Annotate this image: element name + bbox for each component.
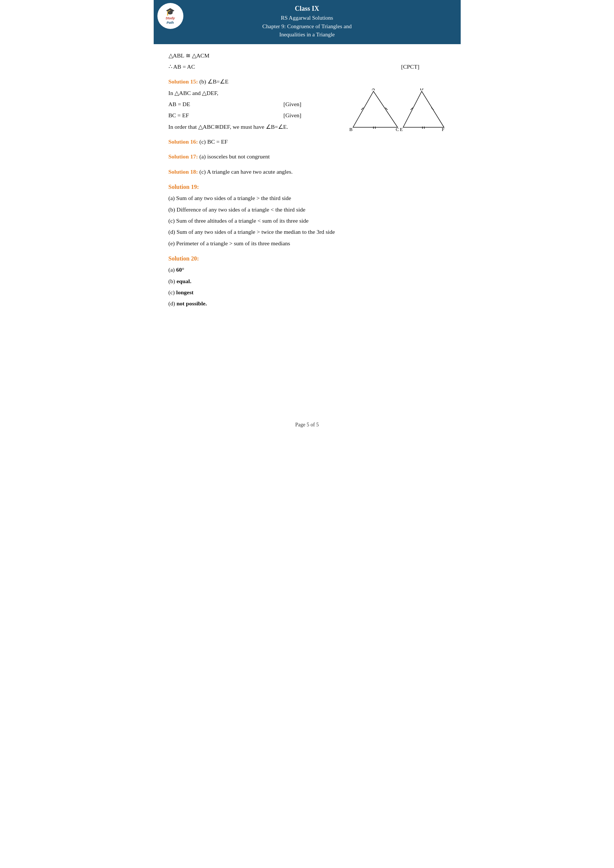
sol15-conclusion: In order that △ABC≅DEF, we must have ∠B=… — [169, 122, 328, 132]
sol15-body-with-diagrams: A B C — [169, 88, 446, 132]
page: 🎓 Study Path Class IX RS Aggarwal Soluti… — [154, 0, 460, 434]
sol15-bc-ef: BC = EF [Given] — [169, 111, 328, 120]
solution-17-header: Solution 17: (a) isosceles but not congr… — [169, 152, 446, 161]
solution-16-header: Solution 16: (c) BC = EF — [169, 137, 446, 147]
triangle-def — [403, 91, 444, 127]
content: △ABL ≅ △ACM ∴ AB = AC [CPCT] Solution 15… — [154, 44, 460, 336]
logo: 🎓 Study Path — [157, 3, 183, 29]
solution-19-header: Solution 19: — [169, 182, 446, 192]
congruence-statement: △ABL ≅ △ACM ∴ AB = AC [CPCT] — [169, 51, 446, 72]
line-abl-acm: △ABL ≅ △ACM — [169, 51, 446, 60]
header: 🎓 Study Path Class IX RS Aggarwal Soluti… — [154, 0, 460, 44]
tick-df — [431, 108, 434, 110]
label-c: C — [396, 127, 399, 131]
header-chapter2: Inequalities in a Triangle — [161, 30, 453, 39]
sol15-ab-de: AB = DE [Given] — [169, 99, 328, 109]
sol19-item-d: (d) Sum of any two sides of a triangle >… — [169, 227, 446, 237]
triangles-svg: A B C — [349, 88, 446, 131]
label-e: E — [400, 127, 403, 131]
solution-18-header: Solution 18: (c) A triangle can have two… — [169, 167, 446, 177]
sol19-item-e: (e) Perimeter of a triangle > sum of its… — [169, 239, 446, 248]
sol20-item-a: (a) 60° — [169, 265, 446, 274]
solution-15-header: Solution 15: (b) ∠B=∠E — [169, 77, 446, 87]
solution-20-section: Solution 20: (a) 60° (b) equal. (c) long… — [169, 253, 446, 309]
header-class: Class IX — [161, 4, 453, 14]
solution-16-section: Solution 16: (c) BC = EF — [169, 137, 446, 147]
header-chapter: Chapter 9: Congruence of Triangles and — [161, 22, 453, 31]
sol20-item-c: (c) longest — [169, 288, 446, 297]
label-a: A — [372, 88, 375, 91]
solution-18-section: Solution 18: (c) A triangle can have two… — [169, 167, 446, 177]
triangle-diagrams: A B C — [349, 88, 446, 134]
header-book: RS Aggarwal Solutions — [161, 14, 453, 22]
footer: Page 5 of 5 — [154, 422, 460, 428]
sol20-item-d: (d) not possible. — [169, 299, 446, 308]
sol19-item-a: (a) Sum of any two sides of a triangle >… — [169, 193, 446, 203]
line-ab-ac: ∴ AB = AC [CPCT] — [169, 62, 446, 71]
sol20-item-b: (b) equal. — [169, 276, 446, 286]
solution-19-section: Solution 19: (a) Sum of any two sides of… — [169, 182, 446, 248]
label-b: B — [349, 127, 353, 131]
triangle-abc — [353, 91, 398, 127]
sol15-in-abc-def: In △ABC and △DEF, — [169, 88, 328, 98]
solution-15-section: Solution 15: (b) ∠B=∠E A B — [169, 77, 446, 132]
solution-17-section: Solution 17: (a) isosceles but not congr… — [169, 152, 446, 161]
label-f: F — [442, 127, 444, 131]
sol15-text-block: In △ABC and △DEF, AB = DE [Given] BC = E… — [169, 88, 328, 132]
label-d: D — [420, 88, 423, 91]
page-number: Page 5 of 5 — [295, 422, 318, 428]
sol19-item-c: (c) Sum of three altitudes of a triangle… — [169, 216, 446, 226]
sol19-item-b: (b) Difference of any two sides of a tri… — [169, 205, 446, 214]
solution-20-header: Solution 20: — [169, 253, 446, 264]
